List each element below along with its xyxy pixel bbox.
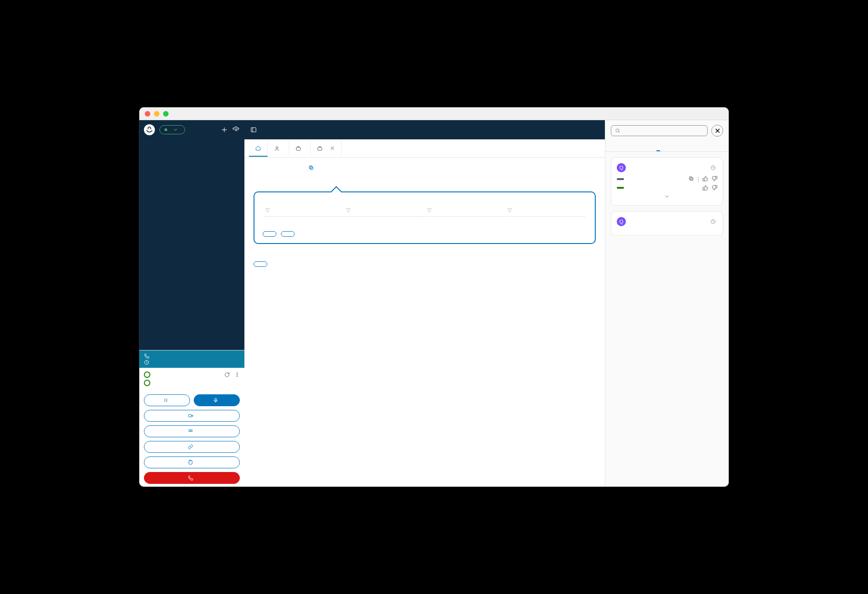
main-tabs: ✕	[244, 139, 605, 158]
svg-point-0	[235, 129, 237, 131]
titlebar	[139, 107, 729, 120]
response-chip	[617, 178, 624, 180]
svg-point-4	[237, 376, 238, 377]
svg-rect-23	[689, 177, 692, 180]
mute-button[interactable]	[194, 394, 240, 406]
cell-amount	[344, 217, 424, 225]
pause-icon	[163, 398, 169, 403]
svg-point-11	[190, 431, 191, 432]
thumbs-up-icon[interactable]	[703, 185, 708, 191]
customer-meta	[244, 158, 605, 177]
tab-fraud-activity[interactable]: ✕	[311, 139, 342, 157]
call-panel	[139, 350, 244, 487]
callback-headline	[244, 177, 605, 185]
cell-vendor	[264, 217, 344, 225]
tab-customer-profile[interactable]	[268, 140, 289, 157]
show-more-button[interactable]	[617, 193, 717, 200]
create-task-button[interactable]	[144, 456, 240, 468]
briefcase-icon	[317, 146, 323, 151]
amazon-q-search[interactable]	[611, 125, 708, 136]
svg-rect-22	[690, 178, 693, 180]
close-tab-icon[interactable]: ✕	[330, 145, 335, 152]
choose-different-account-button[interactable]	[281, 231, 295, 237]
hangup-icon	[188, 475, 193, 481]
transaction-detail-panel: ▽ ▽ ▽ ▽	[254, 191, 596, 244]
svg-rect-18	[310, 167, 313, 170]
person-icon	[274, 146, 280, 151]
chevron-down-icon	[664, 194, 670, 199]
window-controls	[139, 111, 169, 117]
app-logo	[144, 124, 155, 135]
search-icon	[615, 128, 620, 133]
svg-rect-5	[215, 398, 216, 401]
clock-icon	[144, 360, 149, 365]
svg-rect-17	[318, 147, 322, 150]
close-window[interactable]	[145, 111, 150, 117]
show-video-button[interactable]	[144, 410, 240, 422]
tab-cases[interactable]	[289, 140, 311, 157]
tab-suggestions[interactable]	[656, 141, 660, 151]
gear-icon[interactable]	[233, 126, 240, 133]
dialpad-icon	[188, 429, 193, 434]
assistant-panel: ✕ Q |	[605, 120, 729, 487]
hold-button[interactable]	[144, 394, 190, 406]
col-vendor[interactable]: ▽	[264, 204, 344, 217]
something-else-button[interactable]	[254, 261, 267, 267]
svg-point-2	[237, 373, 238, 374]
end-call-button[interactable]	[144, 472, 240, 484]
maximize-window[interactable]	[163, 111, 169, 117]
svg-rect-19	[309, 166, 312, 169]
clock-icon	[710, 165, 716, 170]
solution-chip	[617, 187, 624, 189]
plus-icon[interactable]	[221, 126, 228, 133]
svg-point-9	[191, 430, 192, 430]
col-date[interactable]: ▽	[425, 204, 505, 217]
copy-icon[interactable]	[688, 176, 694, 181]
thumbs-down-icon[interactable]	[712, 176, 717, 181]
close-panel-button[interactable]: ✕	[711, 125, 723, 137]
thumbs-up-icon[interactable]	[703, 176, 708, 181]
col-amount[interactable]: ▽	[344, 204, 424, 217]
svg-rect-16	[296, 147, 301, 150]
home-icon	[255, 145, 261, 151]
meta-case-value[interactable]	[308, 165, 316, 170]
briefcase-icon	[296, 146, 301, 151]
app-window: ✕ ▽ ▽ ▽ ▽	[139, 107, 729, 487]
number-pad-button[interactable]	[144, 425, 240, 437]
toggle-sidebar-icon[interactable]	[250, 126, 257, 133]
minimize-window[interactable]	[154, 111, 159, 117]
transaction-table: ▽ ▽ ▽ ▽	[263, 203, 587, 226]
svg-rect-6	[189, 415, 192, 417]
svg-point-3	[237, 374, 238, 375]
copy-icon	[308, 165, 314, 170]
tab-home[interactable]	[249, 140, 268, 157]
svg-point-7	[189, 430, 190, 430]
clock-icon	[710, 219, 716, 224]
svg-point-15	[276, 147, 278, 148]
svg-point-12	[191, 431, 192, 432]
phone-icon	[144, 353, 149, 359]
suggestion-card: Q |	[611, 157, 723, 206]
mic-icon	[213, 398, 218, 403]
table-row	[264, 217, 586, 225]
sidebar	[139, 120, 244, 487]
svg-rect-13	[189, 461, 192, 464]
q-badge-icon: Q	[617, 163, 626, 172]
thumbs-down-icon[interactable]	[712, 185, 717, 191]
svg-point-10	[189, 431, 190, 432]
svg-rect-14	[251, 127, 256, 132]
video-icon	[188, 413, 193, 419]
col-status[interactable]: ▽	[506, 204, 586, 217]
task-icon	[188, 460, 193, 465]
quick-connects-button[interactable]	[144, 441, 240, 453]
agent-status-dropdown[interactable]	[159, 125, 185, 134]
tab-search-results[interactable]	[674, 141, 677, 151]
kebab-icon[interactable]	[234, 372, 240, 377]
q-badge-icon: Q	[617, 217, 626, 226]
main-pane: ✕ ▽ ▽ ▽ ▽	[244, 120, 605, 487]
refresh-icon[interactable]	[224, 372, 230, 377]
chevron-down-icon	[173, 127, 178, 133]
cell-date	[425, 217, 505, 225]
view-transaction-details-button[interactable]	[263, 231, 276, 237]
fraud-risk-value	[144, 380, 150, 386]
